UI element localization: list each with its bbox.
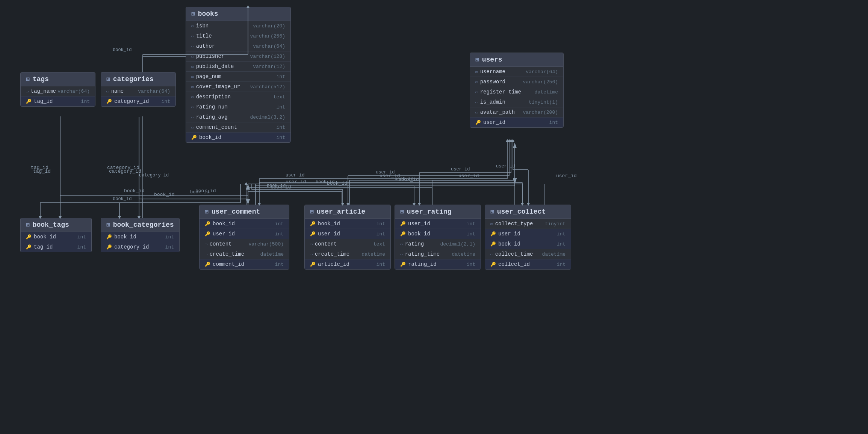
svg-text:book_id: book_id — [398, 177, 419, 182]
svg-text:user_id: user_id — [556, 173, 577, 179]
col-icon: ▭ — [490, 222, 493, 226]
table-row-pk: 🔑user_id int — [305, 229, 390, 239]
key-icon: 🔑 — [490, 241, 496, 247]
table-row: ▭is_admin tinyint(1) — [470, 97, 563, 107]
svg-text:book_id: book_id — [271, 184, 291, 190]
key-icon: 🔑 — [205, 231, 210, 237]
key-icon: 🔑 — [475, 120, 481, 125]
table-row: ▭author varchar(64) — [186, 41, 290, 51]
col-icon: ▭ — [475, 80, 478, 84]
col-icon: ▭ — [191, 74, 194, 79]
col-icon: ▭ — [191, 95, 194, 99]
table-row: ▭name varchar(64) — [101, 86, 175, 96]
key-icon: 🔑 — [191, 135, 197, 140]
key-icon: 🔑 — [490, 262, 496, 267]
table-user-comment: ⊞ user_comment 🔑book_id int 🔑user_id int… — [199, 205, 289, 270]
col-icon: ▭ — [400, 242, 403, 247]
col-icon: ▭ — [400, 252, 403, 257]
table-row-pk: 🔑article_id int — [305, 259, 390, 269]
table-row-pk: 🔑book_id int — [186, 133, 290, 142]
table-row: ▭register_time datetime — [470, 87, 563, 97]
table-row-pk: 🔑book_id int — [200, 219, 289, 229]
key-icon: 🔑 — [205, 221, 210, 227]
table-row-pk: 🔑collect_id int — [485, 259, 571, 269]
col-icon: ▭ — [310, 252, 313, 257]
svg-text:user_id: user_id — [286, 179, 306, 185]
key-icon: 🔑 — [106, 99, 112, 104]
table-row: ▭tag_name varchar(64) — [21, 86, 95, 96]
table-row: ▭content varchar(500) — [200, 239, 289, 249]
table-users: ⊞ users ▭username varchar(64) ▭password … — [470, 53, 564, 128]
svg-text:book_id: book_id — [124, 188, 145, 194]
table-books-title: books — [198, 10, 218, 18]
svg-text:tag_id: tag_id — [33, 169, 51, 174]
table-row: ▭publisher varchar(128) — [186, 51, 290, 62]
table-row: ▭cover_image_ur varchar(512) — [186, 82, 290, 92]
table-row-pk: 🔑rating_id int — [395, 259, 481, 269]
table-row-pk: 🔑category_id int — [101, 242, 179, 252]
table-row: ▭publish_date varchar(12) — [186, 62, 290, 72]
key-icon: 🔑 — [106, 234, 112, 240]
svg-text:book_id: book_id — [154, 192, 175, 197]
table-books-header: ⊞ books — [186, 7, 290, 21]
table-row: ▭rating_num int — [186, 102, 290, 112]
col-icon: ▭ — [191, 44, 194, 49]
key-icon: 🔑 — [26, 99, 32, 104]
table-row: ▭create_time datetime — [305, 249, 390, 259]
table-book-tags: ⊞ book_tags 🔑book_id int 🔑tag_id int — [20, 218, 92, 252]
diagram-canvas: tag_id category_id book_id book_id book_… — [0, 0, 868, 434]
table-user-article-title: user_article — [317, 208, 366, 215]
table-row: ▭password varchar(256) — [470, 77, 563, 87]
col-icon: ▭ — [191, 105, 194, 110]
table-row: ▭rating_avg decimal(3,2) — [186, 112, 290, 122]
table-row: ▭avatar_path varchar(200) — [470, 107, 563, 118]
table-tags-header: ⊞ tags — [21, 72, 95, 86]
table-row: ▭title varchar(256) — [186, 31, 290, 41]
table-tags-title: tags — [33, 75, 49, 83]
svg-text:category_id: category_id — [109, 169, 141, 174]
col-icon: ▭ — [205, 252, 207, 257]
table-row-pk: 🔑user_id int — [485, 229, 571, 239]
table-book-categories-title: book_categories — [113, 221, 174, 229]
table-user-article: ⊞ user_article 🔑book_id int 🔑user_id int… — [304, 205, 391, 270]
table-categories-title: categories — [113, 75, 154, 83]
table-user-comment-title: user_comment — [212, 208, 260, 215]
table-user-collect-title: user_collect — [497, 208, 546, 215]
table-user-rating-title: user_rating — [407, 208, 452, 215]
table-user-collect: ⊞ user_collect ▭collect_type tinyint 🔑us… — [485, 205, 571, 270]
col-icon: ▭ — [191, 54, 194, 59]
svg-text:user_id: user_id — [380, 173, 400, 179]
key-icon: 🔑 — [490, 231, 496, 237]
svg-text:user_id: user_id — [458, 173, 479, 179]
field-name: ▭ isbn — [191, 23, 209, 29]
key-icon: 🔑 — [205, 262, 210, 267]
table-categories: ⊞ categories ▭name varchar(64) 🔑category… — [101, 72, 176, 107]
table-row-pk: 🔑book_id int — [305, 219, 390, 229]
col-icon: ▭ — [475, 100, 478, 105]
table-row: ▭page_num int — [186, 72, 290, 82]
table-books: ⊞ books ▭ isbn varchar(20) ▭title varcha… — [186, 7, 291, 143]
table-row-pk: 🔑tag_id int — [21, 96, 95, 106]
table-row-pk: 🔑comment_id int — [200, 259, 289, 269]
svg-text:book_id: book_id — [327, 181, 348, 186]
col-icon: ▭ — [191, 24, 194, 29]
col-icon: ▭ — [191, 64, 194, 69]
table-row-pk: 🔑book_id int — [21, 232, 91, 242]
key-icon: 🔑 — [400, 262, 406, 267]
table-tags: ⊞ tags ▭tag_name varchar(64) 🔑tag_id int — [20, 72, 95, 107]
key-icon: 🔑 — [310, 221, 316, 227]
table-row: ▭description text — [186, 92, 290, 102]
key-icon: 🔑 — [400, 231, 406, 237]
table-users-header: ⊞ users — [470, 53, 563, 67]
col-icon: ▭ — [191, 125, 194, 130]
key-icon: 🔑 — [26, 244, 32, 250]
table-row-pk: 🔑book_id int — [485, 239, 571, 249]
col-icon: ▭ — [475, 90, 478, 95]
table-row-pk: 🔑category_id int — [101, 96, 175, 106]
table-row: ▭rating decimal(2,1) — [395, 239, 481, 249]
table-row: ▭content text — [305, 239, 390, 249]
table-row-pk: 🔑book_id int — [101, 232, 179, 242]
col-icon: ▭ — [205, 242, 207, 247]
col-icon: ▭ — [475, 110, 478, 115]
table-row: ▭ isbn varchar(20) — [186, 21, 290, 31]
